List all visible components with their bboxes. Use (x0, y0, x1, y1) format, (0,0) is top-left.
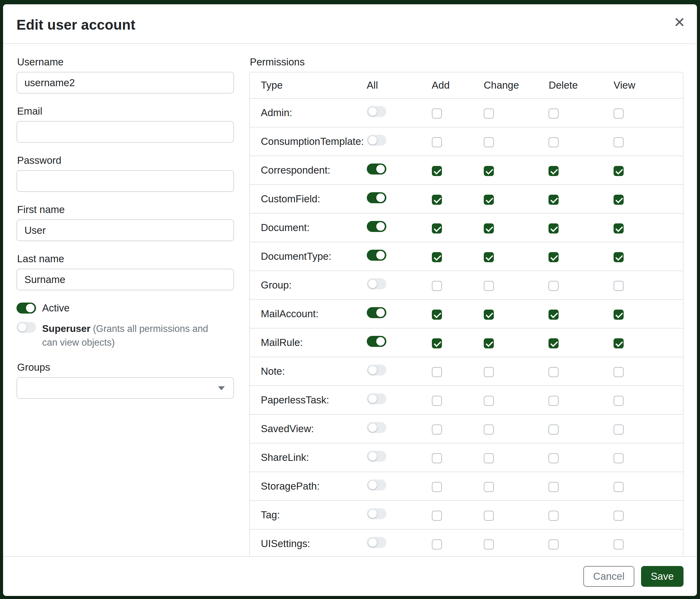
permission-all-toggle[interactable] (367, 221, 386, 232)
permission-delete-checkbox[interactable] (549, 310, 558, 320)
first-name-field[interactable] (17, 219, 234, 241)
permissions-table-body: Admin: ConsumptionTemplate: Corresponden… (250, 98, 683, 556)
permission-change-checkbox[interactable] (484, 310, 494, 320)
permission-view-checkbox[interactable] (614, 137, 624, 147)
permission-add-checkbox[interactable] (432, 281, 442, 291)
permission-add-checkbox[interactable] (432, 482, 442, 492)
permission-change-checkbox[interactable] (484, 223, 494, 234)
permission-view-checkbox[interactable] (614, 453, 624, 463)
permission-view-checkbox[interactable] (614, 252, 624, 262)
permission-change-checkbox[interactable] (484, 281, 494, 291)
permission-delete-checkbox[interactable] (549, 482, 558, 492)
permission-add-checkbox[interactable] (432, 453, 442, 463)
close-icon[interactable]: ✕ (673, 15, 685, 29)
permission-view-checkbox[interactable] (614, 166, 624, 176)
permission-change-checkbox[interactable] (484, 338, 494, 349)
permission-add-checkbox[interactable] (432, 223, 442, 234)
permission-all-toggle[interactable] (367, 106, 386, 117)
permission-change-checkbox[interactable] (484, 482, 494, 492)
permission-view-checkbox[interactable] (614, 338, 624, 349)
permission-add-checkbox[interactable] (432, 166, 442, 176)
permission-delete-checkbox[interactable] (549, 195, 558, 205)
permission-all-toggle[interactable] (367, 135, 386, 146)
permission-delete-checkbox[interactable] (549, 166, 558, 176)
permission-add-checkbox[interactable] (432, 540, 442, 550)
permission-change-checkbox[interactable] (484, 252, 494, 262)
permission-add-checkbox[interactable] (432, 367, 442, 377)
last-name-field[interactable] (17, 269, 234, 290)
permission-view-checkbox[interactable] (614, 367, 624, 377)
permission-view-checkbox[interactable] (614, 425, 624, 435)
permission-add-checkbox[interactable] (432, 396, 442, 406)
col-header-add: Add (432, 72, 484, 98)
permission-delete-checkbox[interactable] (549, 425, 558, 435)
permission-delete-checkbox[interactable] (549, 453, 558, 463)
permission-all-toggle[interactable] (367, 451, 386, 462)
col-header-type: Type (250, 72, 367, 98)
permission-delete-checkbox[interactable] (549, 281, 558, 291)
permission-delete-checkbox[interactable] (549, 137, 558, 147)
permission-view-checkbox[interactable] (614, 109, 624, 119)
permission-change-checkbox[interactable] (484, 540, 494, 550)
permission-delete-checkbox[interactable] (549, 109, 558, 119)
permission-view-checkbox[interactable] (614, 310, 624, 320)
permission-add-checkbox[interactable] (432, 511, 442, 521)
permission-add-checkbox[interactable] (432, 109, 442, 119)
permission-add-checkbox[interactable] (432, 338, 442, 349)
permission-change-checkbox[interactable] (484, 166, 494, 176)
permission-add-checkbox[interactable] (432, 425, 442, 435)
permission-add-checkbox[interactable] (432, 310, 442, 320)
permission-all-toggle[interactable] (367, 508, 386, 519)
permission-delete-checkbox[interactable] (549, 396, 558, 406)
first-name-field-group: First name (17, 204, 234, 241)
superuser-toggle[interactable] (17, 322, 36, 333)
table-row: CustomField: (250, 185, 683, 213)
password-field[interactable] (17, 170, 234, 192)
username-input[interactable] (17, 72, 234, 94)
permission-all-toggle[interactable] (367, 365, 386, 376)
permission-change-checkbox[interactable] (484, 109, 494, 119)
permission-change-checkbox[interactable] (484, 137, 494, 147)
permission-change-checkbox[interactable] (484, 367, 494, 377)
permission-all-toggle[interactable] (367, 192, 386, 203)
permission-all-toggle[interactable] (367, 279, 386, 289)
permission-delete-checkbox[interactable] (549, 223, 558, 234)
permission-delete-checkbox[interactable] (549, 252, 558, 262)
permission-change-checkbox[interactable] (484, 396, 494, 406)
permission-all-toggle[interactable] (367, 422, 386, 433)
permission-all-toggle[interactable] (367, 307, 386, 318)
permission-view-checkbox[interactable] (614, 511, 624, 521)
permission-view-checkbox[interactable] (614, 540, 624, 550)
permission-delete-checkbox[interactable] (549, 338, 558, 349)
permission-add-checkbox[interactable] (432, 252, 442, 262)
permission-delete-checkbox[interactable] (549, 367, 558, 377)
permission-all-toggle[interactable] (367, 164, 386, 174)
permission-view-checkbox[interactable] (614, 195, 624, 205)
permission-all-toggle[interactable] (367, 336, 386, 347)
save-button[interactable]: Save (641, 566, 683, 587)
permission-view-checkbox[interactable] (614, 223, 624, 234)
permission-change-checkbox[interactable] (484, 195, 494, 205)
permission-change-checkbox[interactable] (484, 453, 494, 463)
permission-view-checkbox[interactable] (614, 396, 624, 406)
modal-footer: Cancel Save (3, 556, 697, 596)
permission-delete-checkbox[interactable] (549, 540, 558, 550)
permission-all-toggle[interactable] (367, 537, 386, 548)
active-toggle[interactable] (17, 303, 36, 314)
permission-view-checkbox[interactable] (614, 281, 624, 291)
permissions-section: Permissions Type All Add Change Delete (249, 56, 683, 550)
cancel-button[interactable]: Cancel (583, 566, 634, 587)
permission-add-checkbox[interactable] (432, 137, 442, 147)
permission-change-checkbox[interactable] (484, 511, 494, 521)
groups-select[interactable] (17, 377, 234, 399)
permission-all-toggle[interactable] (367, 250, 386, 261)
permission-all-toggle[interactable] (367, 393, 386, 404)
permission-view-checkbox[interactable] (614, 482, 624, 492)
permission-add-checkbox[interactable] (432, 195, 442, 205)
modal-body: Username Email Password First name Last … (3, 44, 697, 556)
email-field[interactable] (17, 121, 234, 143)
permission-all-toggle[interactable] (367, 480, 386, 490)
permission-delete-checkbox[interactable] (549, 511, 558, 521)
permission-type-label: MailAccount: (261, 308, 319, 319)
permission-change-checkbox[interactable] (484, 425, 494, 435)
